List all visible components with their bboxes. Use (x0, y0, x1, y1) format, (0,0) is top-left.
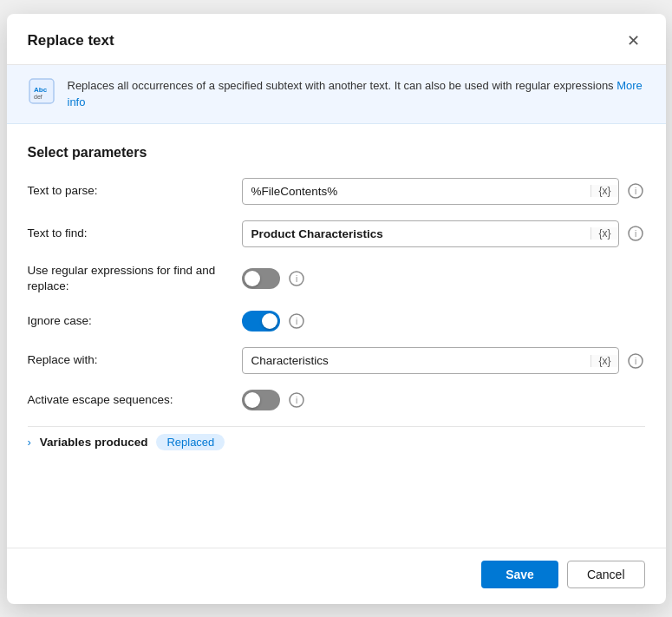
dialog-body: Select parameters Text to parse:{x}iText… (7, 124, 666, 548)
svg-text:i: i (295, 317, 297, 326)
cancel-button[interactable]: Cancel (567, 561, 645, 588)
param-control-text-to-parse: {x}i (242, 178, 645, 205)
param-row-ignore-case: Ignore case:i (28, 311, 645, 331)
info-icon-replace-with[interactable]: i (626, 351, 645, 371)
variables-row: › Variables produced Replaced (28, 426, 645, 450)
param-label-ignore-case: Ignore case: (28, 313, 232, 330)
param-row-activate-escape: Activate escape sequences:i (28, 390, 645, 410)
input-badge-text-to-parse: {x} (590, 185, 617, 197)
dialog-footer: Save Cancel (7, 548, 666, 604)
toggle-thumb-ignore-case (262, 313, 277, 329)
input-text-to-find[interactable] (243, 221, 591, 246)
replace-text-dialog: Replace text ✕ Abc def Replaces all occu… (7, 14, 666, 604)
info-icon-text-to-parse[interactable]: i (626, 181, 645, 200)
input-wrap-replace-with: {x} (242, 347, 619, 374)
info-icon-activate-escape[interactable]: i (287, 391, 306, 410)
dialog-title: Replace text (28, 32, 114, 49)
chevron-right-icon[interactable]: › (28, 436, 31, 449)
input-badge-text-to-find: {x} (590, 227, 617, 240)
param-row-text-to-parse: Text to parse:{x}i (28, 178, 645, 205)
param-control-text-to-find: {x}i (242, 220, 645, 247)
variables-label: Variables produced (40, 436, 148, 449)
toggle-activate-escape[interactable] (242, 390, 280, 410)
svg-text:i: i (634, 357, 636, 366)
abc-icon: Abc def (28, 77, 55, 105)
param-row-use-regex: Use regular expressions for find and rep… (28, 263, 645, 296)
svg-text:i: i (295, 396, 297, 405)
param-control-ignore-case: i (242, 311, 645, 331)
close-icon: ✕ (627, 31, 640, 50)
param-control-use-regex: i (242, 268, 645, 289)
replaced-badge: Replaced (156, 434, 225, 450)
info-banner: Abc def Replaces all occurrences of a sp… (7, 65, 666, 124)
toggle-thumb-activate-escape (245, 392, 260, 408)
param-row-text-to-find: Text to find:{x}i (28, 220, 645, 247)
info-icon-use-regex[interactable]: i (287, 269, 306, 288)
param-label-activate-escape: Activate escape sequences: (28, 392, 232, 409)
svg-text:Abc: Abc (34, 86, 48, 94)
param-label-text-to-find: Text to find: (28, 226, 232, 242)
svg-text:i: i (295, 274, 297, 284)
toggle-ignore-case[interactable] (242, 311, 280, 331)
param-label-use-regex: Use regular expressions for find and rep… (28, 263, 232, 296)
param-label-replace-with: Replace with: (28, 352, 232, 369)
info-icon-text-to-find[interactable]: i (626, 224, 645, 243)
input-wrap-text-to-parse: {x} (242, 178, 619, 205)
toggle-use-regex[interactable] (242, 268, 280, 289)
param-control-replace-with: {x}i (242, 347, 645, 374)
svg-text:i: i (634, 187, 636, 196)
input-wrap-text-to-find: {x} (242, 220, 619, 247)
svg-text:i: i (634, 229, 636, 239)
dialog-header: Replace text ✕ (7, 14, 666, 65)
input-badge-replace-with: {x} (590, 355, 617, 367)
close-button[interactable]: ✕ (622, 30, 645, 52)
info-icon-ignore-case[interactable]: i (287, 312, 306, 331)
toggle-thumb-use-regex (245, 271, 260, 286)
input-text-to-parse[interactable] (243, 179, 591, 204)
param-label-text-to-parse: Text to parse: (28, 183, 232, 200)
param-row-replace-with: Replace with:{x}i (28, 347, 645, 374)
section-title: Select parameters (28, 145, 645, 161)
param-control-activate-escape: i (242, 390, 645, 410)
banner-text: Replaces all occurrences of a specified … (68, 77, 645, 111)
input-replace-with[interactable] (243, 348, 591, 373)
svg-text:def: def (34, 94, 42, 100)
save-button[interactable]: Save (481, 561, 558, 588)
